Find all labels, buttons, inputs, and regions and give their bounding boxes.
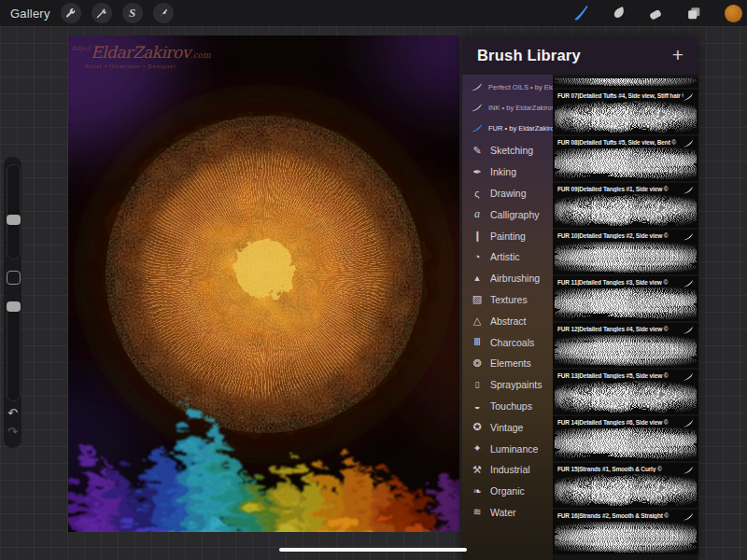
brush-name: FUR 07|Detailed Tufts #4, Side view, Sti… [557, 92, 684, 99]
category-icon: ▨ [471, 293, 484, 305]
home-indicator[interactable] [279, 548, 467, 552]
transform-button[interactable] [153, 3, 174, 23]
brush-preview [555, 147, 697, 179]
brush-preview [555, 287, 697, 319]
add-brush-button[interactable]: + [672, 46, 684, 64]
brush-preview [555, 381, 697, 413]
category-label: Organic [490, 485, 525, 497]
brush-set-item[interactable]: Perfect OILS • by Eld... [462, 77, 553, 97]
brush-preview [555, 194, 697, 226]
brush-set-list: Perfect OILS • by Eld... INK • by EldarZ… [462, 75, 553, 560]
brush-item[interactable]: FUR 10|Detailed Tangles #2, Side view © [553, 230, 698, 274]
actions-button[interactable] [61, 3, 81, 23]
brush-preview [555, 241, 697, 273]
category-label: Textures [490, 294, 528, 305]
category-label: Drawing [490, 188, 527, 199]
category-icon: ◔ [471, 251, 484, 262]
adjustments-button[interactable] [92, 3, 112, 23]
modify-button[interactable] [7, 271, 21, 285]
brush-item[interactable]: FUR 07|Detailed Tufts #4, Side view, Sti… [553, 90, 698, 134]
category-item[interactable]: ς Drawing [462, 183, 553, 204]
eraser-icon [647, 5, 664, 21]
category-label: Airbrushing [490, 273, 540, 284]
category-label: Sketching [490, 145, 533, 156]
category-item[interactable]: ✎ Sketching [462, 140, 553, 161]
category-icon: Ⅲ [471, 336, 484, 348]
category-item[interactable]: Ⅲ Charcoals [462, 331, 553, 353]
watermark: http://EldarZakirov.com Artist • Illustr… [72, 43, 211, 69]
category-icon: ≋ [471, 506, 484, 518]
category-icon: ◒ [471, 400, 484, 412]
category-label: Water [490, 507, 516, 518]
brush-stroke-icon [682, 372, 695, 381]
watermark-suffix: .com [190, 50, 211, 60]
opacity-slider[interactable] [7, 302, 21, 401]
category-item[interactable]: ❧ Organic [462, 481, 553, 502]
category-item[interactable]: ✒ Inking [462, 161, 553, 183]
brush-set-item[interactable]: INK • by EldarZakirov [462, 97, 553, 118]
category-item[interactable]: ❙ Painting [462, 225, 553, 246]
redo-button[interactable]: ↷ [4, 426, 21, 438]
category-icon: ▯ [471, 380, 484, 389]
canvas[interactable]: http://EldarZakirov.com Artist • Illustr… [68, 35, 459, 532]
brush-size-handle[interactable] [7, 215, 21, 225]
brush-item[interactable]: FUR 15|Strands #1, Smooth & Curly © [553, 463, 698, 508]
brush-item-partial[interactable] [553, 78, 698, 88]
fur-ball-strands-inner [101, 112, 428, 439]
brush-set-item[interactable]: FUR • by EldarZakirov [462, 118, 553, 138]
category-label: Calligraphy [490, 209, 540, 220]
brush-item[interactable]: FUR 09|Detailed Tangles #1, Side view © [553, 183, 698, 228]
category-label: Touchups [490, 400, 532, 412]
smudge-finger-icon [610, 5, 627, 21]
category-label: Luminance [490, 443, 538, 455]
category-item[interactable]: △ Abstract [462, 310, 553, 331]
category-label: Vintage [490, 422, 523, 433]
category-label: Inking [490, 166, 516, 177]
erase-tool-button[interactable] [645, 3, 666, 23]
category-label: Abstract [490, 315, 527, 327]
magic-wand-icon [95, 7, 107, 20]
category-label: Industrial [490, 464, 530, 475]
category-item[interactable]: ▲ Airbrushing [462, 268, 553, 289]
brush-stroke-icon [682, 279, 695, 287]
gallery-button[interactable]: Gallery [10, 7, 50, 21]
category-item[interactable]: ▯ Spraypaints [462, 374, 553, 396]
layers-icon [685, 5, 702, 21]
brush-preview [555, 427, 697, 459]
brush-stroke-icon [682, 232, 695, 241]
category-label: Spraypaints [490, 379, 542, 390]
brush-size-slider[interactable] [7, 164, 21, 259]
undo-button[interactable]: ↶ [4, 407, 21, 419]
color-button[interactable] [723, 3, 743, 23]
brush-set-label: INK • by EldarZakirov [488, 104, 553, 112]
category-item[interactable]: ▨ Textures [462, 289, 553, 311]
smudge-tool-button[interactable] [608, 3, 628, 23]
brush-item[interactable]: FUR 08|Detailed Tufts #5, Side view, Ben… [553, 136, 698, 181]
category-item[interactable]: ⚒ Industrial [462, 459, 553, 481]
brush-item[interactable]: FUR 16|Strands #2, Smooth & Straight © [553, 510, 698, 554]
category-item[interactable]: ✦ Luminance [462, 438, 553, 459]
brush-stroke-icon [682, 186, 695, 194]
transform-arrow-icon [158, 7, 169, 19]
brush-stroke-icon [682, 466, 695, 474]
category-item[interactable]: a Calligraphy [462, 203, 553, 225]
brush-stroke-icon [470, 103, 484, 112]
opacity-handle[interactable] [7, 301, 21, 312]
category-icon: △ [471, 315, 484, 327]
category-item[interactable]: ❂ Elements [462, 353, 553, 374]
category-item[interactable]: ◔ Artistic [462, 246, 553, 268]
category-item[interactable]: ≋ Water [462, 502, 553, 524]
brush-item[interactable]: FUR 13|Detailed Tangles #5, Side view © [553, 370, 698, 414]
category-item[interactable]: ◒ Touchups [462, 396, 553, 417]
layers-button[interactable] [684, 3, 704, 23]
brush-item[interactable]: FUR 14|Detailed Tangles #6, Side view © [553, 416, 698, 461]
brush-tool-button[interactable] [571, 3, 591, 23]
brush-item[interactable]: FUR 11|Detailed Tangles #3, Side view © [553, 276, 698, 321]
selection-button[interactable]: S [122, 3, 143, 23]
brush-preview [555, 474, 697, 506]
brush-preview [555, 334, 697, 366]
category-item[interactable]: ✪ Vintage [462, 416, 553, 438]
brush-stroke-icon [470, 82, 484, 91]
brush-item[interactable]: FUR 12|Detailed Tangles #4, Side view © [553, 323, 698, 368]
category-icon: ❂ [471, 357, 484, 370]
